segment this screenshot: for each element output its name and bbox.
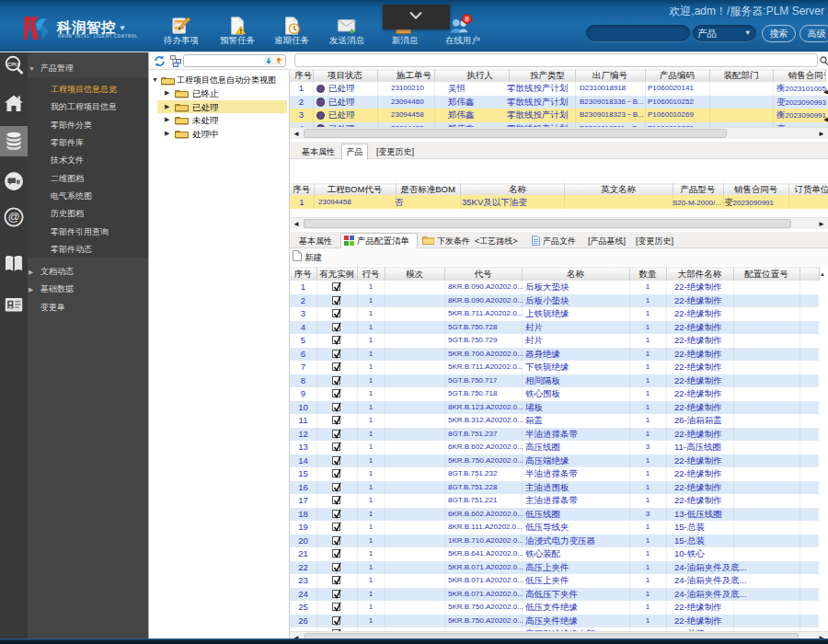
svg-text:CPU: CPU [7, 62, 18, 67]
svg-text:@: @ [7, 210, 19, 224]
